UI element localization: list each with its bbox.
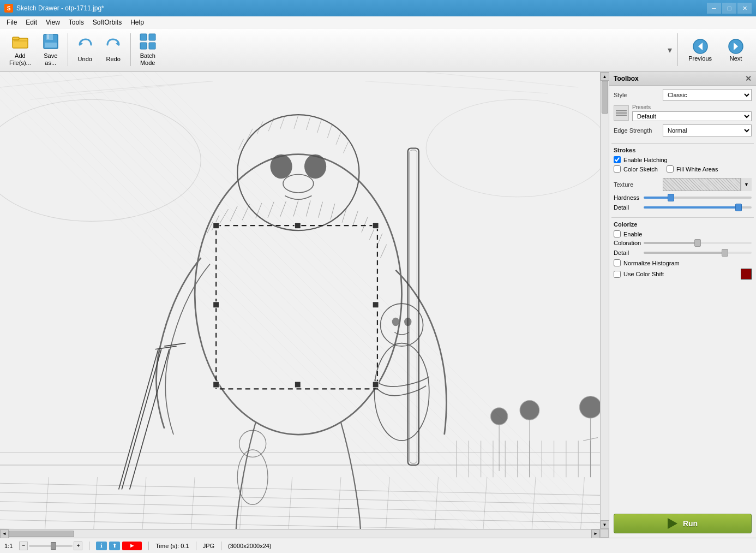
youtube-icon[interactable]: ▶ — [122, 542, 142, 550]
normalize-histogram-checkbox[interactable] — [614, 259, 621, 266]
zoom-controls: − + — [19, 542, 82, 550]
colorize-enable-row: Enable — [614, 230, 752, 237]
fill-white-areas-row: Fill White Areas — [667, 165, 718, 173]
svg-rect-135 — [295, 223, 301, 229]
svg-rect-1 — [13, 37, 19, 40]
scroll-left-button[interactable]: ◄ — [0, 530, 9, 538]
scroll-track-horizontal[interactable] — [9, 530, 591, 538]
svg-rect-138 — [373, 302, 379, 308]
scroll-track-vertical[interactable] — [601, 81, 609, 520]
menu-view[interactable]: View — [41, 17, 64, 27]
svg-point-98 — [520, 401, 539, 420]
colorize-detail-label: Detail — [614, 249, 644, 256]
next-button[interactable]: Next — [720, 35, 752, 64]
scroll-right-button[interactable]: ► — [591, 530, 600, 538]
sketch-display: ▲ ▼ ◄ ► — [0, 72, 609, 538]
run-button[interactable]: Run — [614, 514, 752, 533]
batch-mode-label: BatchMode — [140, 52, 155, 67]
toolbox-close-button[interactable]: ✕ — [745, 74, 752, 83]
enable-hatching-row: Enable Hatching — [614, 156, 752, 163]
undo-label: Undo — [78, 56, 92, 63]
strokes-section: Strokes Enable Hatching Color Sketch Fil… — [609, 144, 756, 217]
info-icon[interactable]: ℹ — [96, 542, 107, 550]
normalize-histogram-row: Normalize Histogram — [614, 259, 752, 266]
format-label: JPG — [203, 543, 214, 549]
color-shift-swatch[interactable] — [741, 269, 752, 280]
svg-rect-9 — [140, 34, 147, 40]
texture-dropdown-button[interactable]: ▼ — [741, 178, 752, 191]
edge-strength-label: Edge Strength — [614, 127, 663, 134]
status-icons: ℹ ⬆ ▶ — [96, 542, 142, 550]
status-sep-1 — [89, 542, 89, 550]
svg-rect-139 — [213, 382, 219, 388]
texture-row: Texture ▼ — [614, 178, 752, 191]
toolbar-sep-1 — [68, 33, 68, 66]
detail-label: Detail — [614, 204, 644, 211]
detail-slider[interactable] — [644, 206, 752, 209]
svg-rect-140 — [295, 382, 301, 388]
previous-button[interactable]: Previous — [681, 35, 719, 64]
previous-label: Previous — [688, 55, 712, 62]
undo-button[interactable]: Undo — [71, 33, 99, 66]
toolbar-sep-2 — [130, 33, 131, 66]
redo-button[interactable]: Redo — [100, 33, 127, 66]
svg-rect-10 — [149, 34, 155, 40]
fill-white-areas-checkbox[interactable] — [667, 165, 674, 173]
colorize-detail-slider[interactable] — [644, 252, 752, 254]
add-files-button[interactable]: AddFile(s)... — [4, 30, 36, 69]
redo-label: Redo — [106, 56, 121, 63]
title-bar: S Sketch Drawer - otp-1711.jpg* ─ □ ✕ — [0, 0, 756, 16]
colorize-section: Colorize Enable Coloration Detail — [609, 218, 756, 285]
menu-tools[interactable]: Tools — [64, 17, 88, 27]
menu-softorbits[interactable]: SoftOrbits — [88, 17, 126, 27]
colorize-enable-checkbox[interactable] — [614, 230, 621, 237]
save-as-button[interactable]: Saveas... — [37, 30, 64, 69]
svg-point-65 — [304, 154, 326, 179]
run-button-label: Run — [683, 519, 698, 528]
toolbox-header: Toolbox ✕ — [609, 72, 756, 86]
svg-rect-136 — [373, 223, 379, 229]
horizontal-scrollbar[interactable]: ◄ ► — [0, 529, 600, 538]
menu-help[interactable]: Help — [126, 17, 148, 27]
scroll-thumb-vertical[interactable] — [602, 81, 608, 114]
batch-mode-button[interactable]: BatchMode — [134, 30, 161, 69]
presets-label: Presets — [632, 104, 752, 110]
hardness-row: Hardness — [614, 194, 752, 201]
zoom-slider[interactable] — [29, 545, 73, 547]
maximize-button[interactable]: □ — [722, 3, 736, 14]
scroll-thumb-horizontal[interactable] — [9, 531, 74, 537]
status-sep-4 — [221, 542, 221, 550]
edge-strength-select[interactable]: Soft Normal Strong Very Strong — [663, 124, 752, 136]
presets-icon — [614, 105, 629, 121]
hardness-slider[interactable] — [644, 197, 752, 199]
zoom-out-button[interactable]: − — [19, 542, 28, 550]
undo-icon — [76, 36, 94, 53]
coloration-slider[interactable] — [644, 242, 752, 244]
scroll-down-button[interactable]: ▼ — [601, 520, 609, 529]
share-icon[interactable]: ⬆ — [109, 542, 120, 550]
time-label: Time (s): 0.1 — [155, 543, 189, 549]
svg-rect-6 — [45, 43, 57, 47]
use-color-shift-checkbox[interactable] — [614, 271, 621, 278]
previous-icon — [692, 38, 709, 55]
colorize-detail-row: Detail — [614, 249, 752, 256]
color-sketch-checkbox[interactable] — [614, 165, 621, 173]
hardness-label: Hardness — [614, 194, 644, 201]
texture-preview — [663, 178, 741, 191]
toolbar-expand-icon[interactable]: ▾ — [668, 45, 672, 55]
style-select[interactable]: Classic Pencil Charcoal Ink — [663, 89, 752, 101]
vertical-scrollbar[interactable]: ▲ ▼ — [600, 72, 609, 529]
edge-strength-row: Edge Strength Soft Normal Strong Very St… — [614, 124, 752, 136]
menu-edit[interactable]: Edit — [21, 17, 41, 27]
sketch-image[interactable] — [0, 72, 609, 529]
menu-file[interactable]: File — [2, 17, 21, 27]
scroll-up-button[interactable]: ▲ — [601, 72, 609, 81]
next-label: Next — [730, 55, 742, 62]
zoom-in-button[interactable]: + — [74, 542, 82, 550]
enable-hatching-checkbox[interactable] — [614, 156, 621, 163]
svg-point-64 — [271, 154, 292, 179]
close-button[interactable]: ✕ — [737, 3, 752, 14]
minimize-button[interactable]: ─ — [707, 3, 721, 14]
window-controls: ─ □ ✕ — [707, 3, 752, 14]
presets-select[interactable]: Default Light Dark Vintage — [632, 111, 752, 121]
